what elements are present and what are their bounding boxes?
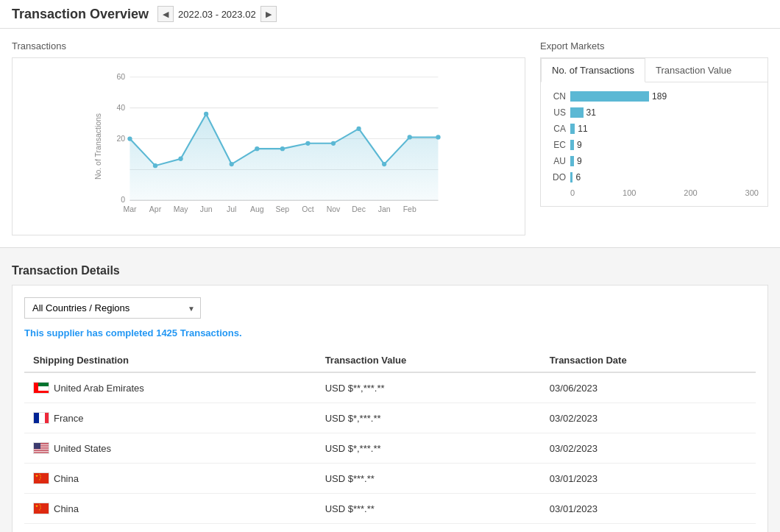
svg-text:Jan: Jan — [378, 205, 391, 213]
svg-rect-48 — [34, 450, 49, 450]
svg-point-21 — [356, 127, 361, 131]
country-cell-us: United States — [33, 442, 308, 454]
bar-value-us: 31 — [586, 107, 596, 118]
svg-point-24 — [436, 135, 440, 139]
bar-row-us: US 31 — [550, 107, 759, 118]
tab-transaction-value[interactable]: Transaction Value — [645, 58, 742, 82]
svg-point-20 — [331, 141, 336, 146]
tab-no-transactions[interactable]: No. of Transactions — [541, 58, 645, 82]
transaction-date-cn-2: 03/01/2023 — [541, 494, 756, 524]
flag-icon-ae — [33, 382, 49, 394]
svg-rect-58 — [34, 503, 49, 514]
svg-point-16 — [230, 162, 234, 166]
bar-fill-cn — [570, 91, 649, 102]
table-row: United Arab Emirates USD $**,***.** 03/0… — [24, 372, 756, 403]
shipping-destination-cell: France — [24, 403, 316, 433]
export-markets-panel: Export Markets No. of Transactions Trans… — [540, 40, 768, 235]
flag-icon-cn-1 — [33, 472, 49, 484]
bar-label-ca: CA — [550, 124, 566, 134]
svg-text:Oct: Oct — [302, 205, 313, 213]
transaction-details-section: Transaction Details All Countries / Regi… — [0, 248, 780, 532]
transactions-chart-box: No. of Transactions 60 40 20 0 — [12, 57, 525, 235]
bar-fill-ca — [570, 124, 575, 134]
bar-fill-us — [570, 107, 584, 118]
svg-text:Nov: Nov — [327, 205, 341, 213]
bar-label-ec: EC — [550, 140, 566, 150]
table-row: France USD $*,***.** 03/02/2023 — [24, 403, 756, 433]
supplier-info: This supplier has completed 1425 Transac… — [24, 327, 756, 338]
export-x-axis: 0 100 200 300 — [550, 188, 759, 197]
col-transaction-value: Transaction Value — [316, 349, 541, 372]
bar-value-cn: 189 — [652, 91, 667, 102]
x-tick-200: 200 — [684, 188, 697, 197]
flag-icon-fr — [33, 412, 49, 424]
svg-text:Aug: Aug — [250, 205, 264, 213]
country-cell-uae: United Arab Emirates — [33, 382, 308, 394]
country-cell-cn-1: China — [33, 472, 308, 484]
export-tabs: No. of Transactions Transaction Value — [541, 58, 767, 82]
transaction-date-uae: 03/06/2023 — [541, 372, 756, 403]
bar-value-au: 9 — [577, 156, 582, 166]
svg-point-12 — [127, 136, 132, 141]
page-title: Transaction Overview — [12, 7, 149, 22]
transaction-value-cn-2: USD $***.** — [316, 494, 541, 524]
prev-period-button[interactable]: ◀ — [157, 6, 174, 22]
date-range: 2022.03 - 2023.02 — [178, 9, 256, 20]
flag-icon-cn-2 — [33, 503, 49, 514]
svg-rect-52 — [34, 473, 49, 484]
country-filter-select[interactable]: All Countries / Regions — [24, 297, 201, 319]
bar-label-do: DO — [550, 172, 566, 182]
us-flag-svg — [34, 443, 49, 454]
transaction-value-fr: USD $*,***.** — [316, 403, 541, 433]
charts-section: Transactions No. of Transactions 60 — [0, 29, 780, 248]
svg-rect-50 — [34, 453, 49, 454]
bar-fill-au — [570, 156, 574, 166]
bar-row-au: AU 9 — [550, 156, 759, 166]
bar-row-do: DO 6 — [550, 172, 759, 182]
cn-flag-svg-2 — [34, 503, 49, 514]
svg-text:60: 60 — [116, 73, 125, 81]
country-cell-cn-2: China — [33, 503, 308, 514]
transaction-count-suffix: Transactions. — [177, 327, 241, 338]
country-name-uae: United Arab Emirates — [54, 383, 144, 394]
bar-label-cn: CN — [550, 91, 566, 102]
svg-text:Jul: Jul — [227, 205, 236, 213]
svg-text:Sep: Sep — [276, 205, 290, 213]
next-period-button[interactable]: ▶ — [260, 6, 277, 22]
svg-point-17 — [255, 146, 259, 151]
bar-value-ca: 11 — [578, 124, 587, 134]
table-header-row: Shipping Destination Transaction Value T… — [24, 349, 756, 372]
export-chart-area: CN 189 US 31 CA — [541, 82, 767, 206]
svg-point-13 — [153, 163, 157, 168]
col-shipping-destination: Shipping Destination — [24, 349, 316, 372]
svg-point-23 — [408, 135, 412, 139]
svg-rect-42 — [39, 413, 45, 424]
bar-row-ca: CA 11 — [550, 124, 759, 134]
transactions-chart-panel: Transactions No. of Transactions 60 — [12, 40, 525, 235]
header-bar: Transaction Overview ◀ 2022.03 - 2023.02… — [0, 0, 780, 29]
x-tick-0: 0 — [570, 188, 575, 197]
svg-text:Mar: Mar — [123, 205, 137, 213]
line-chart-container: No. of Transactions 60 40 20 0 — [20, 65, 517, 227]
cn-flag-svg-1 — [34, 473, 49, 484]
country-name-fr: France — [54, 413, 83, 424]
page-wrapper: Transaction Overview ◀ 2022.03 - 2023.02… — [0, 0, 780, 532]
country-cell-fr: France — [33, 412, 308, 424]
svg-point-15 — [204, 112, 208, 116]
svg-point-18 — [280, 146, 285, 151]
table-row: China USD $***.** 03/01/2023 — [24, 464, 756, 494]
svg-point-19 — [305, 141, 310, 146]
transactions-table: Shipping Destination Transaction Value T… — [24, 349, 756, 524]
ae-flag-svg — [34, 383, 49, 394]
transactions-chart-title: Transactions — [12, 40, 525, 52]
x-tick-100: 100 — [623, 188, 636, 197]
x-tick-300: 300 — [745, 188, 759, 197]
svg-text:0: 0 — [121, 196, 125, 204]
table-row: China USD $***.** 03/01/2023 — [24, 494, 756, 524]
bar-label-au: AU — [550, 156, 566, 166]
transaction-details-header: Transaction Details — [12, 257, 768, 285]
bar-fill-ec — [570, 140, 574, 150]
transaction-date-cn-1: 03/01/2023 — [541, 464, 756, 494]
svg-text:Jun: Jun — [200, 205, 213, 213]
bar-row-cn: CN 189 — [550, 91, 759, 102]
